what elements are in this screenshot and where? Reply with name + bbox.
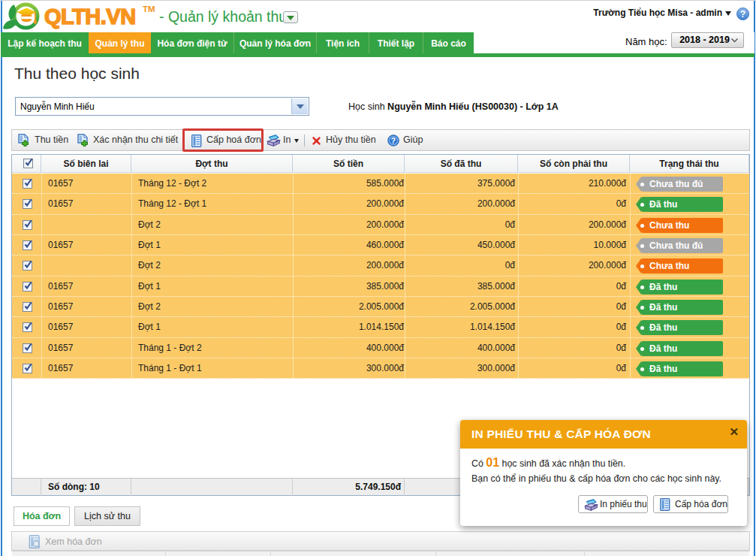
svg-text:?: ?	[391, 137, 396, 145]
svg-text:?: ?	[740, 9, 745, 20]
svg-text:TM: TM	[143, 5, 155, 14]
svg-text:QLTH.VN: QLTH.VN	[44, 5, 136, 29]
